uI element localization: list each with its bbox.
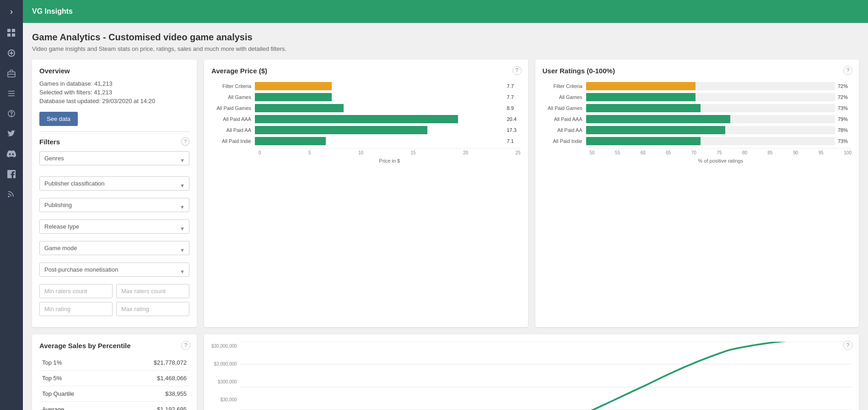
bar-label: All Paid Games xyxy=(211,105,255,111)
game-mode-filter-row: Game mode ▼ xyxy=(39,241,189,259)
ratings-chart-help-icon[interactable]: ? xyxy=(843,66,852,75)
topbar-title: VG Insights xyxy=(32,7,73,16)
y-tick: $30,000,000 xyxy=(211,344,237,349)
sidebar-icon-twitter[interactable] xyxy=(0,124,23,144)
y-tick: $30,000 xyxy=(220,397,237,402)
chart-area: Average revenue xyxy=(240,342,852,410)
ratings-chart-card: User Ratings (0-100%) ? Filter Criteria … xyxy=(535,60,859,327)
bar-value: 7.7 xyxy=(507,94,521,100)
bar-track xyxy=(255,82,504,90)
bar-fill xyxy=(586,104,701,112)
filters-help-icon[interactable]: ? xyxy=(181,137,189,146)
filters-section: Filters ? xyxy=(39,131,189,146)
sidebar-icon-facebook[interactable] xyxy=(0,164,23,184)
bar-track xyxy=(586,104,836,112)
svg-rect-2 xyxy=(7,33,11,37)
bar-track xyxy=(586,115,836,123)
publishing-filter-row: Publishing ▼ xyxy=(39,198,189,216)
bar-label: All Paid AA xyxy=(211,127,255,133)
sidebar-expand-button[interactable]: › xyxy=(0,0,23,23)
bar-track xyxy=(586,126,836,134)
genres-dropdown[interactable]: Genres xyxy=(39,151,189,165)
y-axis-labels: $30,000,000 $3,000,000 $300,000 $30,000 … xyxy=(211,342,240,410)
sales-table-card: Average Sales by Percentile ? Top 1% $21… xyxy=(32,334,197,410)
svg-container: Average revenue xyxy=(240,342,852,410)
sales-value: $1,468,066 xyxy=(122,371,189,386)
max-raters-input[interactable] xyxy=(116,284,189,298)
bar-track xyxy=(255,93,504,101)
bar-value: 73% xyxy=(838,105,852,111)
svg-point-13 xyxy=(11,115,11,116)
see-data-button[interactable]: See data xyxy=(39,112,78,126)
publishing-dropdown[interactable]: Publishing xyxy=(39,198,189,212)
bar-value: 20.4 xyxy=(507,116,521,122)
bar-track xyxy=(586,82,836,90)
bar-track xyxy=(255,115,504,123)
bar-row-all-paid-aaa-price: All Paid AAA 20.4 xyxy=(211,115,521,123)
table-row: Top 5% $1,468,066 xyxy=(39,371,189,386)
game-mode-dropdown[interactable]: Game mode xyxy=(39,241,189,255)
bar-label: All Paid Games xyxy=(543,105,586,111)
bar-row-all-games-price: All Games 7.7 xyxy=(211,93,521,101)
bar-row-filter-criteria-price: Filter Criteria 7.7 xyxy=(211,82,521,90)
bar-track xyxy=(255,137,504,145)
bar-value: 79% xyxy=(838,116,852,122)
svg-rect-3 xyxy=(12,33,15,37)
bar-fill xyxy=(255,137,326,145)
bar-row-all-paid-games-rating: All Paid Games 73% xyxy=(543,104,852,112)
price-bar-chart: Filter Criteria 7.7 All Games 7.7 xyxy=(211,80,521,145)
ratings-x-label: % of positive ratings xyxy=(590,158,852,164)
bar-track xyxy=(586,137,836,145)
sales-value: $38,955 xyxy=(122,386,189,402)
bar-label: All Paid Indie xyxy=(543,138,586,144)
bar-row-all-paid-aa-price: All Paid AA 17.3 xyxy=(211,126,521,134)
sidebar-icon-rss[interactable] xyxy=(0,184,23,204)
price-x-axis: 0 5 10 15 20 25 xyxy=(259,148,521,155)
sales-chart-help-icon[interactable]: ? xyxy=(181,341,190,350)
bar-label: All Paid AA xyxy=(543,127,586,133)
bar-fill xyxy=(586,93,696,101)
bar-label: All Games xyxy=(211,94,255,100)
sidebar-icon-list[interactable] xyxy=(0,83,23,104)
bar-fill xyxy=(586,115,731,123)
svg-rect-1 xyxy=(12,29,15,32)
sales-value: $21,778,072 xyxy=(122,355,189,371)
rating-pair xyxy=(39,302,189,316)
min-raters-input[interactable] xyxy=(39,284,113,298)
svg-rect-0 xyxy=(7,29,11,32)
sidebar-icon-briefcase[interactable] xyxy=(0,63,23,83)
main-content: Game Analytics - Customised video game a… xyxy=(23,23,868,410)
bar-row-all-paid-indie-price: All Paid Indie 7.1 xyxy=(211,137,521,145)
price-x-label: Price in $ xyxy=(259,158,521,164)
release-type-filter-row: Release type ▼ xyxy=(39,219,189,237)
overview-title: Overview xyxy=(39,67,189,75)
price-chart-help-icon[interactable]: ? xyxy=(512,66,522,75)
sidebar: › xyxy=(0,0,23,410)
post-purchase-filter-row: Post-purchase monetisation ▼ xyxy=(39,262,189,280)
post-purchase-dropdown[interactable]: Post-purchase monetisation xyxy=(39,262,189,277)
max-rating-input[interactable] xyxy=(116,302,189,316)
bar-label: All Games xyxy=(543,94,586,100)
bar-fill xyxy=(255,82,332,90)
sidebar-icon-grid[interactable] xyxy=(0,23,23,43)
bar-value: 72% xyxy=(838,94,852,100)
publisher-classification-filter-row: Publisher classification ▼ xyxy=(39,176,189,194)
release-type-dropdown[interactable]: Release type xyxy=(39,219,189,234)
min-rating-input[interactable] xyxy=(39,302,113,316)
sales-table: Top 1% $21,778,072 Top 5% $1,468,066 Top… xyxy=(39,355,189,410)
overview-filters-card: Overview Games in database: 41,213 Selec… xyxy=(32,60,197,327)
bar-row-filter-criteria-rating: Filter Criteria 72% xyxy=(543,82,852,90)
bar-label: Filter Criteria xyxy=(211,83,255,89)
table-row: Top 1% $21,778,072 xyxy=(39,355,189,371)
sidebar-icon-add[interactable] xyxy=(0,43,23,63)
page-title: Game Analytics - Customised video game a… xyxy=(32,32,859,43)
sidebar-icon-discord[interactable] xyxy=(0,144,23,164)
bar-row-all-paid-aa-rating: All Paid AA 78% xyxy=(543,126,852,134)
bar-row-all-paid-games-price: All Paid Games 8.9 xyxy=(211,104,521,112)
publisher-classification-dropdown[interactable]: Publisher classification xyxy=(39,176,189,191)
sidebar-icon-help[interactable] xyxy=(0,104,23,124)
bar-fill xyxy=(255,115,458,123)
bar-value: 7.1 xyxy=(507,138,521,144)
bar-fill xyxy=(255,126,427,134)
price-chart-card: Average Price ($) ? Filter Criteria 7.7 … xyxy=(204,60,528,327)
